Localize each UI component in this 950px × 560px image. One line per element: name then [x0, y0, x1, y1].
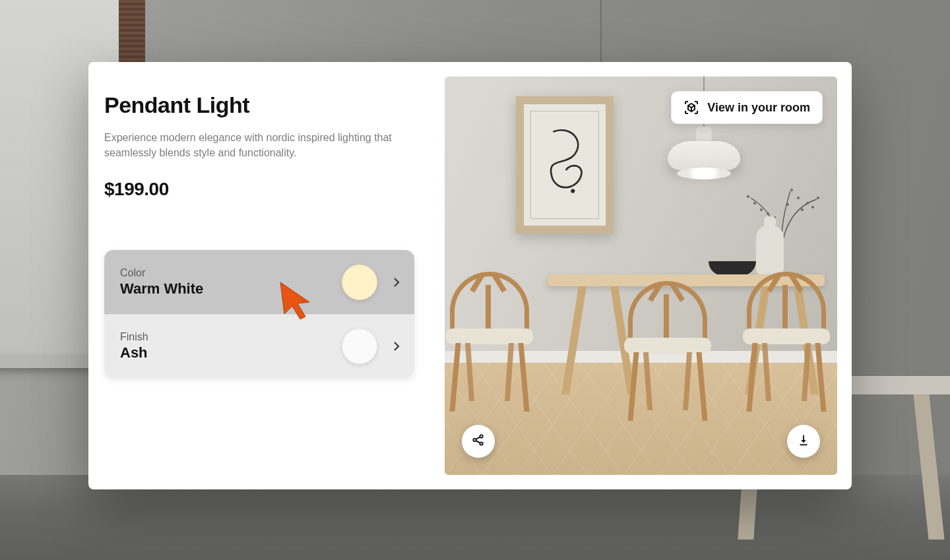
view-in-room-button[interactable]: View in your room: [671, 91, 823, 124]
svg-point-3: [760, 208, 763, 211]
product-title: Pendant Light: [104, 92, 429, 118]
option-value-finish: Ash: [120, 344, 342, 361]
svg-point-2: [753, 202, 756, 204]
svg-point-0: [571, 189, 575, 193]
product-image: View in your room: [445, 77, 837, 475]
option-row-finish[interactable]: Finish Ash: [104, 314, 414, 378]
download-icon: [796, 433, 811, 450]
wall-art: [516, 96, 614, 233]
finish-swatch-ash: [342, 328, 377, 364]
product-price: $199.00: [104, 179, 429, 200]
decor-vase: [756, 226, 784, 277]
svg-point-8: [786, 203, 789, 206]
option-value-color: Warm White: [120, 280, 342, 297]
svg-point-10: [767, 212, 769, 215]
option-label-color: Color: [120, 267, 342, 279]
ar-cube-icon: [683, 100, 699, 115]
option-label-finish: Finish: [120, 331, 342, 343]
product-info-pane: Pendant Light Experience modern elegance…: [88, 62, 445, 489]
share-icon: [471, 433, 486, 450]
pendant-light-glow: [677, 168, 731, 179]
color-swatch-warm-white: [342, 264, 377, 300]
svg-point-13: [473, 439, 476, 441]
view-in-room-label: View in your room: [707, 101, 810, 115]
svg-point-4: [790, 189, 793, 191]
product-card: Pendant Light Experience modern elegance…: [88, 62, 852, 489]
dining-chair: [616, 281, 722, 413]
svg-rect-16: [800, 444, 808, 445]
svg-point-12: [811, 206, 814, 208]
option-list: Color Warm White Finish Ash: [104, 250, 414, 378]
chevron-right-icon: [391, 341, 402, 352]
product-description: Experience modern elegance with nordic i…: [104, 130, 395, 160]
svg-point-5: [797, 197, 800, 199]
option-row-color[interactable]: Color Warm White: [104, 250, 414, 314]
svg-point-11: [801, 208, 804, 211]
svg-point-6: [806, 202, 809, 204]
share-button[interactable]: [462, 425, 495, 458]
pendant-shade: [668, 141, 740, 170]
dining-chair: [735, 272, 837, 404]
download-button[interactable]: [787, 425, 820, 458]
svg-point-14: [480, 435, 482, 437]
svg-point-15: [480, 442, 482, 445]
chevron-right-icon: [391, 277, 402, 288]
dining-chair: [445, 272, 544, 404]
svg-point-1: [747, 195, 749, 198]
svg-point-7: [817, 197, 819, 199]
